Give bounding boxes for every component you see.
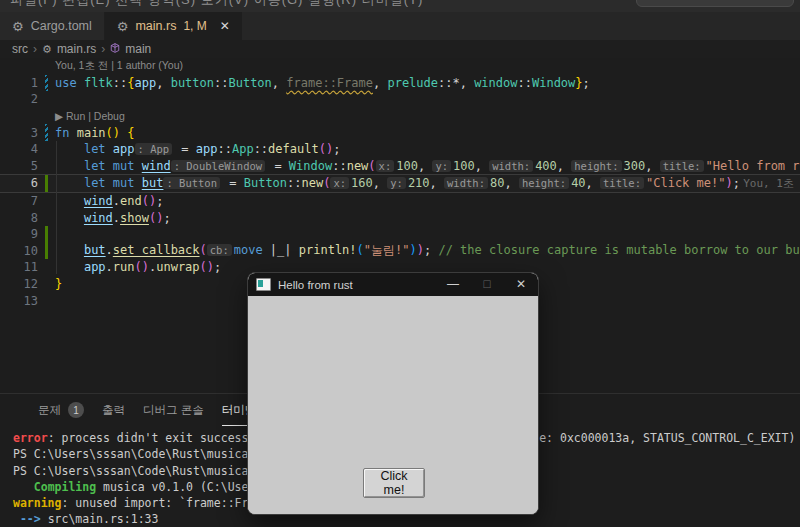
fltk-window-titlebar[interactable]: Hello from rust — ☐ ✕ [248,273,538,296]
gutter: 13 [0,292,55,309]
git-modified-marker [45,75,48,92]
code-text: wind.end(); [55,194,163,208]
line-number: 9 [0,227,38,241]
gutter: 1 [0,75,55,92]
line-number: 10 [0,244,38,258]
chevron-right-icon: › [101,42,105,56]
code-text: app.run().unwrap(); [55,260,221,274]
code-text: wind.show(); [55,211,171,225]
code-line[interactable]: 5 let mut wind: DoubleWindow = Window::n… [0,158,800,175]
window-controls: — ☐ ✕ [436,273,538,296]
tab-main-rs[interactable]: ⚙ main.rs 1, M ✕ [105,12,242,40]
symbol-method-icon [110,43,120,55]
git-added-marker [45,226,48,243]
fltk-window: Hello from rust — ☐ ✕ Click me! [247,272,539,515]
line-number: 13 [0,294,38,308]
tab-cargo-toml[interactable]: ⚙ Cargo.toml [0,12,105,40]
gutter: 7 [0,193,55,210]
line-number: 3 [0,126,38,140]
minimize-icon[interactable]: — [436,273,470,296]
breadcrumb-item-main[interactable]: main [125,42,151,56]
line-number: 6 [0,176,38,190]
vscode-window: 파일(F) 편집(E) 선택 영역(S) 보기(V) 이동(G) 실행(R) 터… [0,0,800,527]
gutter: 8 [0,209,55,226]
breadcrumb: src › ⚙ main.rs › main [0,40,800,58]
line-number: 4 [0,142,38,156]
code-line[interactable]: 3fn main() { [0,124,800,141]
gutter: 11 [0,259,55,276]
panel-tab-디버그 콘솔[interactable]: 디버그 콘솔 [143,394,204,426]
close-tab-icon[interactable]: ✕ [220,19,230,33]
code-line[interactable]: 1use fltk::{app, button::Button, frame::… [0,75,800,92]
gutter: 6 [0,175,55,192]
gutter: 4 [0,141,55,158]
maximize-icon[interactable]: ☐ [470,273,504,296]
indent-guide [56,141,57,274]
panel-tab-label: 문제 [38,403,61,418]
code-text: but.set_callback(cb:move |_| println!("눌… [55,242,800,259]
panel-tab-출력[interactable]: 출력 [102,394,125,426]
panel-tab-문제[interactable]: 문제1 [38,394,84,426]
rust-file-icon: ⚙ [117,20,129,33]
git-blame-annotation: You, 1초 [743,176,794,191]
window-titlebar: 파일(F) 편집(E) 선택 영역(S) 보기(V) 이동(G) 실행(R) 터… [0,0,800,12]
gutter: 10 [0,243,55,260]
tab-status-badge: 1, M [183,19,206,33]
code-line[interactable]: 8 wind.show(); [0,209,800,226]
gutter: 5 [0,158,55,175]
gutter: 9 [0,226,55,243]
git-added-marker [45,175,48,192]
gutter: 3 [0,124,55,141]
line-number: 2 [0,92,38,106]
panel-tab-label: 출력 [102,403,125,418]
line-number: 8 [0,211,38,225]
editor-tab-bar: ⚙ Cargo.toml ⚙ main.rs 1, M ✕ [0,12,800,40]
fltk-window-body: Click me! [248,296,538,514]
gutter: 2 [0,91,55,108]
code-line[interactable]: 2 [0,91,800,108]
code-line[interactable]: 4 let app: App = app::App::default(); [0,141,800,158]
code-line[interactable]: 7 wind.end(); [0,193,800,210]
tab-label: Cargo.toml [31,19,92,33]
line-number: 7 [0,194,38,208]
breadcrumb-item-src[interactable]: src [12,42,28,56]
line-number: 11 [0,260,38,274]
codelens[interactable]: You, 1초 전 | 1 author (You) [0,58,800,75]
line-number: 12 [0,277,38,291]
code-line[interactable]: 10 but.set_callback(cb:move |_| println!… [0,243,800,260]
git-added-marker [45,243,48,260]
line-number: 1 [0,76,38,90]
panel-tab-label: 디버그 콘솔 [143,403,204,418]
tab-label: main.rs [135,19,176,33]
breadcrumb-item-mainrs[interactable]: main.rs [57,42,96,56]
chevron-right-icon: › [33,42,37,56]
code-text: use fltk::{app, button::Button, frame::F… [55,76,590,90]
click-me-button[interactable]: Click me! [363,468,425,498]
command-center-searchbox[interactable] [636,0,794,7]
code-text: let mut wind: DoubleWindow = Window::new… [55,159,800,173]
code-line[interactable]: 6 let mut but: Button = Button::new(x:16… [0,174,800,193]
close-icon[interactable]: ✕ [504,273,538,296]
problems-count-badge: 1 [68,402,84,418]
git-modified-marker [45,124,48,141]
codelens[interactable]: ▶ Run | Debug [0,108,800,125]
code-text: fn main() { [55,126,135,140]
rust-file-icon: ⚙ [42,44,52,55]
code-text: let app: App = app::App::default(); [55,142,340,156]
code-text: let mut but: Button = Button::new(x:160,… [55,176,740,190]
fltk-window-title: Hello from rust [278,279,436,291]
line-number: 5 [0,159,38,173]
code-line[interactable]: 9 [0,226,800,243]
code-text: } [55,277,62,291]
app-window-icon [256,278,271,291]
gutter: 12 [0,276,55,293]
menu-bar-fragment: 파일(F) 편집(E) 선택 영역(S) 보기(V) 이동(G) 실행(R) 터… [10,0,423,9]
toml-gear-icon: ⚙ [12,20,24,33]
